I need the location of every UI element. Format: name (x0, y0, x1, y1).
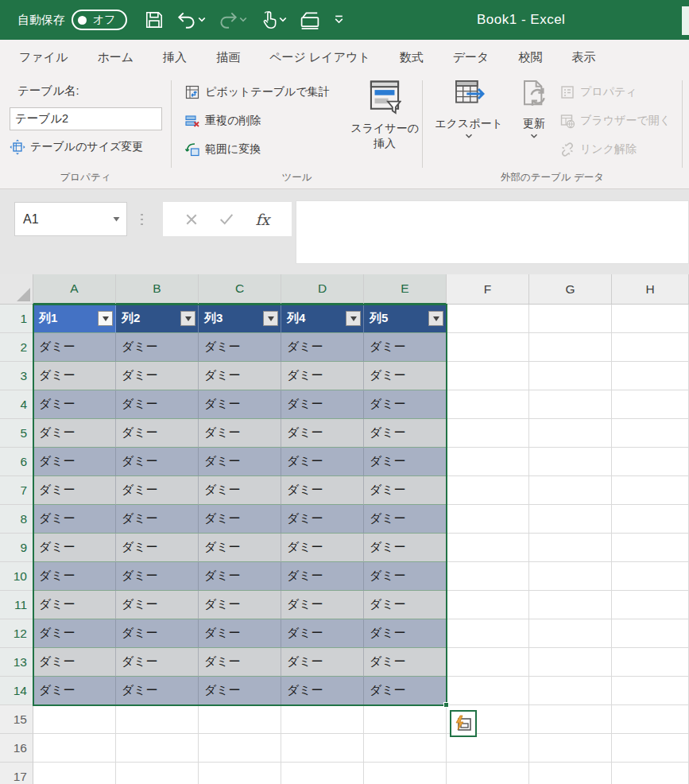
row-header-8[interactable]: 8 (0, 505, 33, 534)
empty-cell[interactable] (612, 476, 689, 505)
table-data-cell[interactable]: ダミー (116, 390, 199, 419)
empty-cell[interactable] (447, 648, 529, 677)
empty-cell[interactable] (529, 534, 612, 562)
table-data-cell[interactable]: ダミー (116, 648, 199, 677)
empty-cell[interactable] (612, 419, 689, 448)
empty-cell[interactable] (612, 534, 689, 562)
table-data-cell[interactable]: ダミー (364, 362, 447, 390)
empty-cell[interactable] (529, 333, 612, 362)
column-header-d[interactable]: D (281, 274, 364, 305)
row-header-13[interactable]: 13 (0, 648, 33, 677)
ribbon-tab[interactable]: ホーム (97, 50, 134, 65)
cancel-icon[interactable] (185, 213, 198, 226)
table-data-cell[interactable]: ダミー (116, 419, 199, 448)
touch-mouse-mode-button[interactable] (254, 6, 291, 33)
column-header-f[interactable]: F (447, 274, 529, 305)
table-data-cell[interactable]: ダミー (281, 677, 364, 705)
ribbon-tab[interactable]: 描画 (216, 50, 240, 65)
table-data-cell[interactable]: ダミー (281, 476, 364, 505)
table-name-input[interactable] (10, 107, 162, 130)
ribbon-tab[interactable]: 数式 (400, 50, 424, 65)
formula-input[interactable] (296, 200, 689, 264)
empty-cell[interactable] (612, 362, 689, 390)
table-data-cell[interactable]: ダミー (33, 419, 116, 448)
remove-duplicates-button[interactable]: 重複の削除 (184, 111, 261, 131)
table-data-cell[interactable]: ダミー (33, 476, 116, 505)
empty-cell[interactable] (612, 734, 689, 763)
table-data-cell[interactable]: ダミー (33, 448, 116, 476)
empty-cell[interactable] (447, 419, 529, 448)
table-data-cell[interactable]: ダミー (364, 562, 447, 591)
empty-cell[interactable] (529, 448, 612, 476)
column-header-b[interactable]: B (116, 274, 199, 305)
table-data-cell[interactable]: ダミー (33, 648, 116, 677)
column-header-a[interactable]: A (33, 274, 116, 305)
empty-cell[interactable] (447, 619, 529, 648)
column-header-c[interactable]: C (199, 274, 281, 305)
empty-cell[interactable] (612, 333, 689, 362)
table-data-cell[interactable]: ダミー (33, 562, 116, 591)
summarize-with-pivot-button[interactable]: ピボットテーブルで集計 (184, 82, 330, 103)
table-data-cell[interactable]: ダミー (199, 333, 281, 362)
empty-cell[interactable] (612, 591, 689, 619)
empty-cell[interactable] (447, 734, 529, 763)
ribbon-tab[interactable]: 校閲 (518, 50, 542, 65)
ribbon-tab[interactable]: データ (453, 50, 490, 65)
empty-cell[interactable] (116, 734, 199, 763)
empty-cell[interactable] (447, 534, 529, 562)
empty-cell[interactable] (33, 734, 116, 763)
table-data-cell[interactable]: ダミー (199, 619, 281, 648)
insert-slicer-button[interactable]: スライサーの 挿入 (348, 78, 421, 168)
empty-cell[interactable] (447, 505, 529, 534)
row-header-6[interactable]: 6 (0, 448, 33, 476)
table-data-cell[interactable]: ダミー (364, 505, 447, 534)
empty-cell[interactable] (447, 448, 529, 476)
column-header-h[interactable]: H (612, 274, 689, 305)
empty-cell[interactable] (612, 763, 689, 784)
enter-check-icon[interactable] (219, 213, 234, 225)
empty-cell[interactable] (447, 362, 529, 390)
table-data-cell[interactable]: ダミー (199, 505, 281, 534)
empty-cell[interactable] (529, 734, 612, 763)
table-header-cell[interactable]: 列2 (116, 305, 199, 333)
table-data-cell[interactable]: ダミー (281, 505, 364, 534)
table-data-cell[interactable]: ダミー (116, 333, 199, 362)
empty-cell[interactable] (447, 305, 529, 333)
table-data-cell[interactable]: ダミー (364, 648, 447, 677)
row-header-10[interactable]: 10 (0, 562, 33, 591)
empty-cell[interactable] (612, 648, 689, 677)
table-data-cell[interactable]: ダミー (33, 333, 116, 362)
empty-cell[interactable] (33, 763, 116, 784)
table-data-cell[interactable]: ダミー (33, 619, 116, 648)
filter-dropdown-button[interactable] (263, 311, 278, 326)
table-header-cell[interactable]: 列5 (364, 305, 447, 333)
table-data-cell[interactable]: ダミー (281, 390, 364, 419)
table-data-cell[interactable]: ダミー (364, 619, 447, 648)
table-data-cell[interactable]: ダミー (199, 390, 281, 419)
table-data-cell[interactable]: ダミー (33, 677, 116, 705)
empty-cell[interactable] (447, 476, 529, 505)
empty-cell[interactable] (116, 763, 199, 784)
empty-cell[interactable] (529, 419, 612, 448)
empty-cell[interactable] (529, 591, 612, 619)
table-data-cell[interactable]: ダミー (199, 534, 281, 562)
row-header-15[interactable]: 15 (0, 705, 33, 734)
table-data-cell[interactable]: ダミー (33, 534, 116, 562)
table-data-cell[interactable]: ダミー (116, 677, 199, 705)
empty-cell[interactable] (529, 390, 612, 419)
table-data-cell[interactable]: ダミー (116, 619, 199, 648)
empty-cell[interactable] (612, 705, 689, 734)
empty-cell[interactable] (33, 705, 116, 734)
row-header-11[interactable]: 11 (0, 591, 33, 619)
name-box[interactable]: A1 (14, 202, 127, 236)
table-data-cell[interactable]: ダミー (281, 333, 364, 362)
empty-cell[interactable] (612, 562, 689, 591)
table-data-cell[interactable]: ダミー (33, 390, 116, 419)
table-data-cell[interactable]: ダミー (281, 534, 364, 562)
empty-cell[interactable] (199, 734, 281, 763)
empty-cell[interactable] (116, 705, 199, 734)
table-data-cell[interactable]: ダミー (116, 591, 199, 619)
table-data-cell[interactable]: ダミー (364, 677, 447, 705)
table-header-cell[interactable]: 列4 (281, 305, 364, 333)
quick-analysis-button[interactable] (450, 710, 477, 737)
